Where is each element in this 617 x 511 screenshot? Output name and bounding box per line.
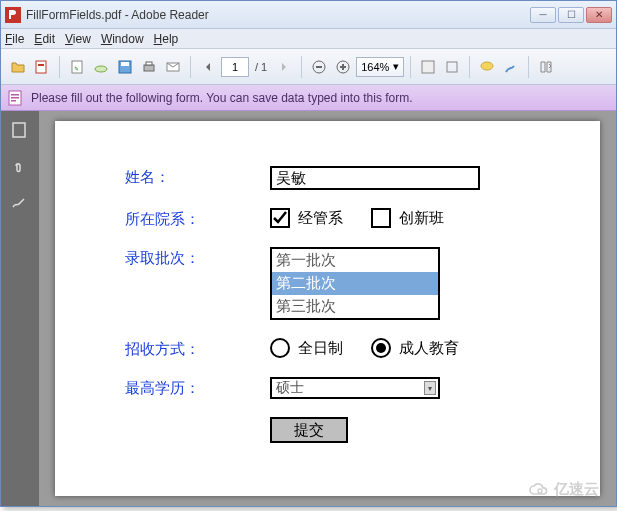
menu-view[interactable]: View [65, 32, 91, 46]
department-option-2-label: 创新班 [399, 209, 444, 228]
svg-rect-17 [447, 62, 457, 72]
zoom-out-icon[interactable] [308, 56, 330, 78]
create-pdf-icon[interactable]: ✎ [66, 56, 88, 78]
cloud-icon[interactable] [90, 56, 112, 78]
svg-rect-23 [13, 123, 25, 137]
prev-page-icon[interactable] [197, 56, 219, 78]
menu-file[interactable]: File [5, 32, 24, 46]
svg-rect-8 [144, 65, 154, 71]
form-infobar: Please fill out the following form. You … [1, 85, 616, 111]
toolbar: ✎ 1 / 1 164%▾ [1, 49, 616, 85]
submit-button[interactable]: 提交 [270, 417, 348, 443]
svg-rect-7 [121, 62, 129, 66]
toolbar-separator [59, 56, 60, 78]
thumbnails-icon[interactable] [10, 121, 30, 141]
svg-point-24 [538, 489, 542, 493]
page-total-label: / 1 [251, 61, 271, 73]
menu-window[interactable]: Window [101, 32, 144, 46]
document-viewport[interactable]: 姓名： 所在院系： 经管系 创新班 [39, 111, 616, 506]
adobe-reader-icon [5, 7, 21, 23]
department-checkbox-1[interactable] [270, 208, 290, 228]
department-option-1-label: 经管系 [298, 209, 343, 228]
minimize-button[interactable]: ─ [530, 7, 556, 23]
toolbar-separator [301, 56, 302, 78]
mode-option-1-label: 全日制 [298, 339, 343, 358]
svg-rect-2 [38, 64, 44, 66]
mode-radio-2[interactable] [371, 338, 391, 358]
batch-listbox[interactable]: 第一批次 第二批次 第三批次 [270, 247, 440, 320]
menu-edit[interactable]: Edit [34, 32, 55, 46]
comment-icon[interactable] [476, 56, 498, 78]
svg-rect-20 [11, 94, 19, 96]
batch-label: 录取批次： [125, 247, 270, 268]
next-page-icon[interactable] [273, 56, 295, 78]
svg-rect-16 [422, 61, 434, 73]
window-title: FillFormFields.pdf - Adobe Reader [26, 8, 530, 22]
education-label: 最高学历： [125, 377, 270, 398]
toolbar-separator [528, 56, 529, 78]
svg-rect-9 [146, 62, 152, 65]
toolbar-separator [410, 56, 411, 78]
close-button[interactable]: ✕ [586, 7, 612, 23]
department-checkbox-2[interactable] [371, 208, 391, 228]
svg-rect-1 [36, 61, 46, 73]
education-value: 硕士 [276, 379, 304, 397]
menu-help[interactable]: Help [154, 32, 179, 46]
svg-point-18 [481, 62, 493, 70]
watermark: 亿速云 [528, 480, 599, 499]
zoom-in-icon[interactable] [332, 56, 354, 78]
view-mode-icon[interactable] [441, 56, 463, 78]
form-icon [7, 90, 23, 106]
batch-option-3[interactable]: 第三批次 [272, 295, 438, 318]
tools-save-icon[interactable] [417, 56, 439, 78]
svg-text:✎: ✎ [74, 66, 79, 72]
page-number-input[interactable]: 1 [221, 57, 249, 77]
svg-rect-21 [11, 97, 19, 99]
mode-label: 招收方式： [125, 338, 270, 359]
app-window: FillFormFields.pdf - Adobe Reader ─ ☐ ✕ … [0, 0, 617, 507]
svg-point-5 [95, 66, 107, 72]
attachments-icon[interactable] [10, 157, 30, 177]
menubar: File Edit View Window Help [1, 29, 616, 49]
workarea: 姓名： 所在院系： 经管系 创新班 [1, 111, 616, 506]
email-icon[interactable] [162, 56, 184, 78]
svg-rect-22 [11, 100, 16, 102]
side-navigation [1, 111, 39, 506]
infobar-message: Please fill out the following form. You … [31, 91, 413, 105]
mode-option-2-label: 成人教育 [399, 339, 459, 358]
batch-option-1[interactable]: 第一批次 [272, 249, 438, 272]
print-icon[interactable] [138, 56, 160, 78]
chevron-down-icon: ▾ [393, 60, 399, 73]
signatures-icon[interactable] [10, 193, 30, 213]
toolbar-separator [469, 56, 470, 78]
toolbar-separator [190, 56, 191, 78]
reading-mode-icon[interactable] [535, 56, 557, 78]
sign-icon[interactable] [500, 56, 522, 78]
department-label: 所在院系： [125, 208, 270, 229]
education-dropdown[interactable]: 硕士 ▾ [270, 377, 440, 399]
maximize-button[interactable]: ☐ [558, 7, 584, 23]
cloud-logo-icon [528, 481, 550, 499]
batch-option-2[interactable]: 第二批次 [272, 272, 438, 295]
mode-radio-1[interactable] [270, 338, 290, 358]
zoom-select[interactable]: 164%▾ [356, 57, 404, 77]
name-label: 姓名： [125, 166, 270, 187]
chevron-down-icon: ▾ [424, 381, 436, 395]
export-pdf-icon[interactable] [31, 56, 53, 78]
save-icon[interactable] [114, 56, 136, 78]
open-icon[interactable] [7, 56, 29, 78]
pdf-page: 姓名： 所在院系： 经管系 创新班 [55, 121, 600, 496]
name-input[interactable] [270, 166, 480, 190]
titlebar: FillFormFields.pdf - Adobe Reader ─ ☐ ✕ [1, 1, 616, 29]
